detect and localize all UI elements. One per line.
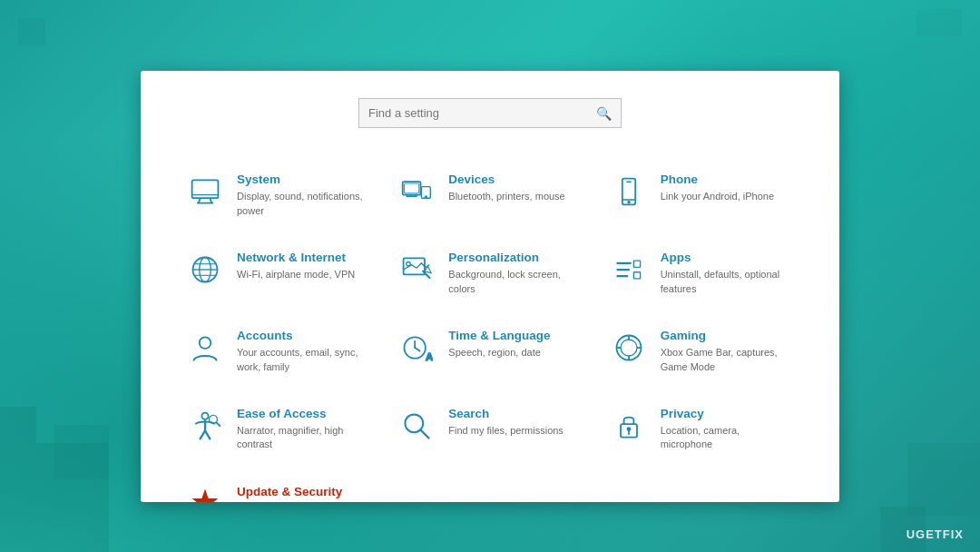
search-settings-icon bbox=[397, 407, 436, 445]
search-text: Search Find my files, permissions bbox=[448, 407, 582, 439]
apps-icon bbox=[610, 251, 648, 289]
search-title: Search bbox=[448, 407, 582, 421]
setting-ease[interactable]: Ease of Access Narrator, magnifier, high… bbox=[177, 394, 379, 465]
setting-time[interactable]: A Time & Language Speech, region, date bbox=[388, 316, 591, 387]
accounts-desc: Your accounts, email, sync, work, family bbox=[237, 346, 370, 374]
apps-text: Apps Uninstall, defaults, optional featu… bbox=[661, 251, 794, 296]
network-icon bbox=[186, 251, 224, 289]
update-title: Update & Security bbox=[237, 485, 370, 499]
gaming-text: Gaming Xbox Game Bar, captures, Game Mod… bbox=[661, 329, 794, 374]
phone-icon bbox=[610, 172, 648, 211]
ease-icon bbox=[186, 407, 224, 445]
system-desc: Display, sound, notifications, power bbox=[237, 190, 370, 218]
setting-network[interactable]: Network & Internet Wi-Fi, airplane mode,… bbox=[177, 238, 379, 309]
setting-accounts[interactable]: Accounts Your accounts, email, sync, wor… bbox=[177, 316, 379, 387]
devices-text: Devices Bluetooth, printers, mouse bbox=[448, 172, 582, 204]
setting-update[interactable]: Update & Security Windows Update, recove… bbox=[177, 472, 379, 502]
search-bar-container: 🔍 bbox=[177, 98, 803, 128]
setting-system[interactable]: System Display, sound, notifications, po… bbox=[177, 160, 379, 231]
update-text: Update & Security Windows Update, recove… bbox=[237, 485, 370, 502]
personalization-title: Personalization bbox=[448, 251, 582, 265]
time-icon: A bbox=[397, 329, 436, 367]
system-icon bbox=[186, 172, 224, 211]
system-title: System bbox=[237, 172, 370, 187]
setting-privacy[interactable]: Privacy Location, camera, microphone bbox=[601, 394, 803, 465]
svg-line-30 bbox=[416, 348, 420, 351]
accounts-title: Accounts bbox=[237, 329, 370, 343]
search-input[interactable] bbox=[368, 106, 596, 120]
personalization-desc: Background, lock screen, colors bbox=[448, 268, 582, 296]
network-desc: Wi-Fi, airplane mode, VPN bbox=[237, 268, 370, 281]
svg-rect-25 bbox=[633, 261, 640, 267]
search-bar[interactable]: 🔍 bbox=[358, 98, 622, 128]
svg-line-42 bbox=[421, 429, 429, 438]
svg-text:A: A bbox=[426, 350, 433, 362]
gaming-icon bbox=[610, 329, 648, 367]
personalization-text: Personalization Background, lock screen,… bbox=[448, 251, 582, 296]
svg-line-40 bbox=[217, 422, 220, 426]
accounts-icon bbox=[186, 329, 224, 367]
setting-phone[interactable]: Phone Link your Android, iPhone bbox=[601, 160, 803, 231]
privacy-text: Privacy Location, camera, microphone bbox=[661, 407, 794, 452]
time-title: Time & Language bbox=[448, 329, 582, 343]
svg-marker-46 bbox=[193, 490, 216, 502]
setting-personalization[interactable]: Personalization Background, lock screen,… bbox=[388, 238, 591, 309]
svg-point-33 bbox=[621, 340, 637, 356]
setting-gaming[interactable]: Gaming Xbox Game Bar, captures, Game Mod… bbox=[601, 316, 803, 387]
apps-desc: Uninstall, defaults, optional features bbox=[661, 268, 794, 296]
svg-point-13 bbox=[628, 202, 630, 203]
phone-desc: Link your Android, iPhone bbox=[661, 190, 794, 203]
svg-point-9 bbox=[426, 196, 427, 198]
ease-text: Ease of Access Narrator, magnifier, high… bbox=[237, 407, 370, 452]
watermark: UGETFIX bbox=[906, 527, 964, 541]
system-text: System Display, sound, notifications, po… bbox=[237, 172, 370, 218]
privacy-icon bbox=[610, 407, 648, 445]
setting-devices[interactable]: Devices Bluetooth, printers, mouse bbox=[388, 160, 591, 231]
svg-rect-10 bbox=[405, 183, 419, 193]
setting-search[interactable]: Search Find my files, permissions bbox=[388, 394, 591, 465]
network-title: Network & Internet bbox=[237, 251, 370, 265]
accounts-text: Accounts Your accounts, email, sync, wor… bbox=[237, 329, 370, 374]
gaming-desc: Xbox Game Bar, captures, Game Mode bbox=[661, 346, 794, 374]
devices-desc: Bluetooth, printers, mouse bbox=[448, 190, 582, 203]
search-desc: Find my files, permissions bbox=[448, 424, 582, 438]
svg-point-27 bbox=[200, 337, 211, 349]
devices-icon bbox=[397, 172, 436, 211]
privacy-desc: Location, camera, microphone bbox=[661, 424, 794, 452]
settings-window: 🔍 System Display, sound, notifications, … bbox=[141, 71, 839, 502]
phone-text: Phone Link your Android, iPhone bbox=[661, 172, 794, 204]
settings-grid: System Display, sound, notifications, po… bbox=[177, 160, 803, 502]
time-text: Time & Language Speech, region, date bbox=[448, 329, 582, 360]
network-text: Network & Internet Wi-Fi, airplane mode,… bbox=[237, 251, 370, 282]
ease-desc: Narrator, magnifier, high contrast bbox=[237, 424, 370, 452]
time-desc: Speech, region, date bbox=[448, 346, 582, 360]
ease-title: Ease of Access bbox=[237, 407, 370, 421]
personalization-icon bbox=[397, 251, 436, 289]
svg-point-21 bbox=[407, 261, 411, 266]
setting-apps[interactable]: Apps Uninstall, defaults, optional featu… bbox=[601, 238, 803, 309]
update-icon bbox=[186, 485, 224, 502]
apps-title: Apps bbox=[661, 251, 794, 265]
privacy-title: Privacy bbox=[661, 407, 794, 421]
svg-rect-26 bbox=[633, 272, 640, 279]
devices-title: Devices bbox=[448, 172, 582, 187]
svg-point-38 bbox=[201, 413, 208, 419]
gaming-title: Gaming bbox=[661, 329, 794, 343]
phone-title: Phone bbox=[661, 172, 794, 187]
search-icon: 🔍 bbox=[596, 106, 612, 121]
